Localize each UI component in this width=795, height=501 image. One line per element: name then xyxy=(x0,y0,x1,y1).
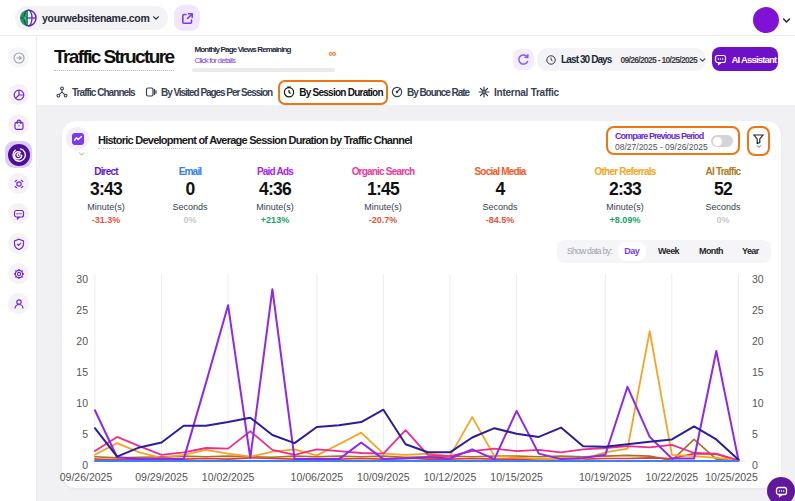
svg-text:15: 15 xyxy=(752,366,764,378)
svg-text:25: 25 xyxy=(752,304,764,316)
svg-text:0: 0 xyxy=(752,459,758,471)
svg-text:20: 20 xyxy=(76,335,88,347)
svg-text:5: 5 xyxy=(752,428,758,440)
svg-text:10/15/2025: 10/15/2025 xyxy=(490,471,543,483)
svg-text:10: 10 xyxy=(752,397,764,409)
svg-text:10/09/2025: 10/09/2025 xyxy=(357,471,410,483)
svg-text:30: 30 xyxy=(752,273,764,285)
svg-text:10/06/2025: 10/06/2025 xyxy=(291,471,344,483)
svg-text:10: 10 xyxy=(76,397,88,409)
svg-text:0: 0 xyxy=(82,459,88,471)
svg-text:10/02/2025: 10/02/2025 xyxy=(202,471,255,483)
svg-text:10/25/2025: 10/25/2025 xyxy=(705,471,758,483)
svg-text:30: 30 xyxy=(76,273,88,285)
svg-text:10/19/2025: 10/19/2025 xyxy=(579,471,632,483)
svg-text:15: 15 xyxy=(76,366,88,378)
svg-text:5: 5 xyxy=(82,428,88,440)
svg-text:10/22/2025: 10/22/2025 xyxy=(646,471,699,483)
svg-text:09/26/2025: 09/26/2025 xyxy=(60,471,113,483)
svg-text:09/29/2025: 09/29/2025 xyxy=(135,471,188,483)
svg-text:20: 20 xyxy=(752,335,764,347)
svg-text:25: 25 xyxy=(76,304,88,316)
svg-text:10/12/2025: 10/12/2025 xyxy=(424,471,477,483)
